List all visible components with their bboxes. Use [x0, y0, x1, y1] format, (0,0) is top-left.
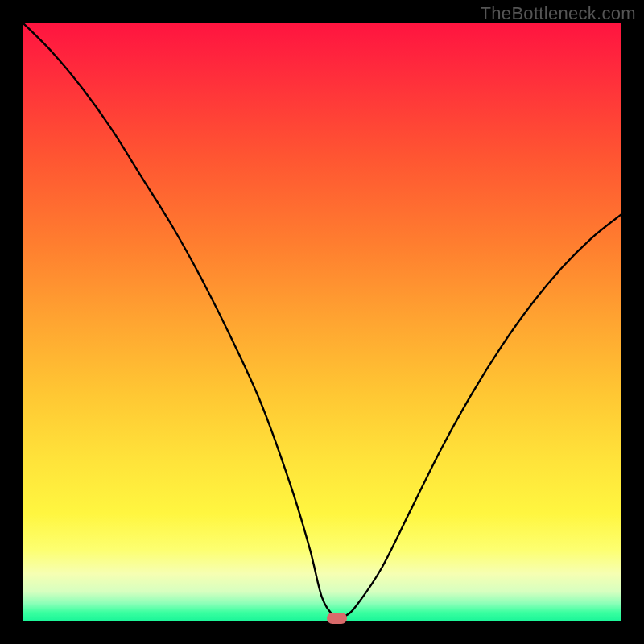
- plot-area: [23, 23, 621, 621]
- optimal-point-marker: [327, 613, 347, 624]
- bottleneck-curve: [23, 23, 621, 621]
- chart-frame: TheBottleneck.com: [0, 0, 644, 644]
- watermark-label: TheBottleneck.com: [481, 3, 636, 24]
